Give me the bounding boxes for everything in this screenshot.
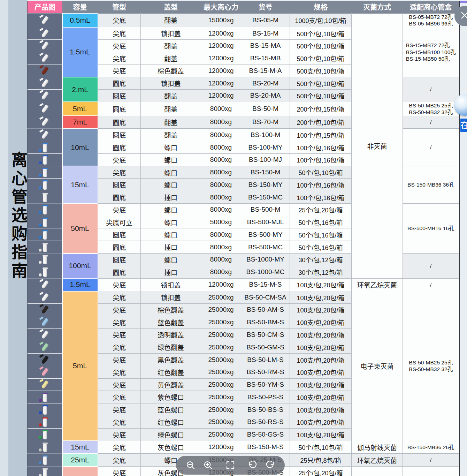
fullscreen-icon — [225, 460, 236, 470]
max-force-cell: 25000xg — [201, 341, 241, 354]
rack-box-cell: / — [403, 278, 459, 291]
max-force-cell: 8000xg — [201, 153, 241, 166]
spec-cell: 30个/包,12包/箱 — [290, 254, 352, 266]
tube-image — [36, 180, 53, 190]
max-force-cell: 8000xg — [201, 241, 241, 254]
cap-type-cell: 螺口 — [141, 166, 201, 179]
tube-image — [36, 242, 53, 252]
column-header: 灭菌方式 — [352, 1, 403, 13]
spec-cell: 100支/包,20包/箱 — [290, 378, 352, 391]
tube-type-cell: 尖底 — [98, 416, 141, 428]
tube-type-cell: 尖底 — [98, 13, 141, 27]
catalog-code-cell: BS-70-M — [241, 116, 290, 129]
rotate-right-button[interactable] — [264, 459, 276, 471]
tube-image — [36, 279, 53, 290]
product-image-cell — [28, 179, 62, 191]
rotate-left-button[interactable] — [246, 459, 259, 471]
spec-cell: 100个/包,15包/箱 — [290, 129, 352, 141]
max-force-cell: 12000xg — [201, 90, 241, 102]
max-force-cell: 12000xg — [201, 52, 241, 65]
tube-image — [36, 267, 53, 277]
zoom-in-button[interactable] — [202, 459, 214, 471]
max-force-cell: 25000xg — [201, 316, 241, 328]
product-image-cell — [28, 241, 62, 254]
spec-cell: 100个/包,16包/箱 — [290, 179, 352, 191]
rack-box-cell: BS-150-MB36 36孔 — [403, 166, 459, 203]
product-image-cell — [28, 328, 62, 341]
max-force-cell: 5000xg — [201, 216, 241, 228]
cap-type-cell: 螺口 — [141, 203, 201, 216]
catalog-code-cell: BS-50-AM-S — [241, 304, 290, 316]
spec-cell: 25只/包,8包/箱 — [290, 454, 352, 467]
catalog-code-cell: BS-15-MA — [241, 40, 290, 52]
zoom-out-button[interactable] — [184, 459, 197, 471]
column-header: 规格 — [290, 1, 352, 13]
product-image-cell — [28, 129, 62, 141]
cap-type-cell: 绿色翻盖 — [141, 341, 201, 354]
max-force-cell: 12000xg — [201, 40, 241, 52]
tube-type-cell: 尖底 — [98, 291, 141, 304]
cap-type-cell: 锁扣盖 — [141, 77, 201, 90]
spec-cell: 500支/包,10包/箱 — [290, 65, 352, 77]
spec-cell: 1000支/包,10包/箱 — [290, 13, 352, 27]
rack-box-cell: / — [403, 454, 459, 467]
catalog-code-cell: BS-50-CM-SA — [241, 291, 290, 304]
product-image-cell — [28, 254, 62, 266]
capacity-cell: 1.5mL — [62, 278, 98, 291]
side-badge-button[interactable]: 在 — [460, 119, 467, 132]
product-image-cell — [28, 378, 62, 391]
cap-type-cell: 红色螺口 — [141, 416, 201, 428]
max-force-cell: 25000xg — [201, 378, 241, 391]
spec-cell: 30个/包,12包/箱 — [290, 266, 352, 278]
tube-image — [36, 379, 53, 390]
column-header: 适配离心管盒 — [403, 1, 459, 13]
tube-image — [36, 53, 53, 63]
tube-type-cell: 圆底 — [98, 141, 141, 154]
sterilization-cell: 环氧乙烷灭菌 — [352, 454, 403, 467]
spec-cell: 25个/包,20包/箱 — [290, 203, 352, 216]
max-force-cell: 25000xg — [201, 366, 241, 378]
cap-type-cell: 螺口 — [141, 254, 201, 266]
cap-type-cell: 插口 — [141, 191, 201, 204]
left-edge-strip — [0, 0, 8, 476]
spec-cell: 100支/包,20包/箱 — [290, 354, 352, 366]
spec-cell: 25个/包,20包/箱 — [290, 467, 352, 476]
fullscreen-button[interactable] — [224, 459, 237, 471]
product-image-cell — [28, 454, 62, 467]
column-header: 最大离心力 — [201, 1, 241, 13]
cap-type-cell: 翻盖 — [141, 102, 201, 116]
cap-type-cell: 锁扣盖 — [141, 278, 201, 291]
catalog-code-cell: BS-150-MY — [241, 179, 290, 191]
tube-type-cell: 尖底 — [98, 278, 141, 291]
max-force-cell: 15000xg — [201, 13, 241, 27]
capacity-cell: 50mL — [62, 467, 98, 476]
tube-type-cell: 尖底 — [98, 52, 141, 65]
cap-type-cell: 螺口 — [141, 179, 201, 191]
tube-type-cell: 尖底 — [98, 467, 141, 476]
catalog-code-cell: BS-20-M — [241, 77, 290, 90]
tube-image — [36, 442, 53, 452]
catalog-code-cell: BS-500-MY — [241, 228, 290, 241]
rack-box-cell: BS-50-MB25 25孔BS-50-MB32 32孔 — [403, 291, 459, 441]
product-image-cell — [28, 366, 62, 378]
catalog-code-cell: BS-100-MY — [241, 141, 290, 154]
product-image-cell — [28, 216, 62, 228]
tube-image — [36, 90, 53, 101]
max-force-cell: 12000xg — [201, 27, 241, 40]
viewer-toolbar — [176, 456, 285, 475]
catalog-code-cell: BS-50-M — [241, 102, 290, 116]
product-image-cell — [28, 166, 62, 179]
cap-type-cell: 黄色翻盖 — [141, 378, 201, 391]
catalog-code-cell: BS-50-CM-S — [241, 328, 290, 341]
tube-type-cell: 圆底 — [98, 129, 141, 141]
tube-type-cell: 圆底 — [98, 77, 141, 90]
column-header: 货号 — [241, 1, 290, 13]
tube-image — [36, 355, 53, 365]
product-image-cell — [28, 191, 62, 204]
tube-image — [36, 292, 53, 303]
max-force-cell: 8000xg — [201, 191, 241, 204]
cap-type-cell: 翻盖 — [141, 13, 201, 27]
max-force-cell: 25000xg — [201, 354, 241, 366]
cap-type-cell: 插口 — [141, 266, 201, 278]
tube-type-cell: 尖底 — [98, 366, 141, 378]
